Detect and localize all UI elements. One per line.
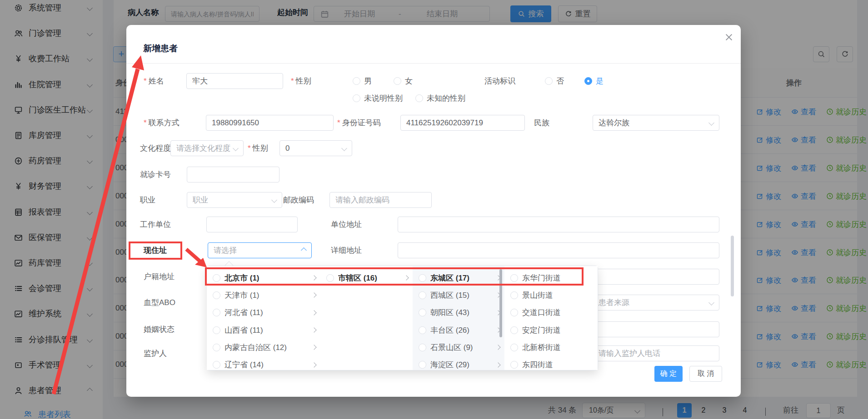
cascader-option[interactable]: 交道口街道 — [504, 304, 598, 321]
radio-icon[interactable] — [510, 344, 518, 351]
radio-icon[interactable] — [419, 309, 426, 316]
education-select[interactable]: 请选择文化程度 — [170, 140, 244, 156]
detail-address-label: 详细地址 — [331, 242, 362, 258]
chevron-right-icon — [311, 345, 316, 350]
radio-icon[interactable] — [419, 291, 426, 299]
gender-radio-female[interactable]: 女 — [394, 73, 413, 89]
contact-label: *联系方式 — [144, 115, 180, 131]
radio-icon[interactable] — [419, 344, 426, 351]
chevron-down-icon — [708, 300, 714, 306]
radio-icon[interactable] — [510, 291, 518, 299]
chevron-down-icon — [233, 145, 239, 151]
postcode-label: 邮政编码 — [283, 192, 314, 208]
add-patient-modal: 新增患者 *姓名 *性别 男 女 活动标识 否 是 未说明性别 未知的性别 *联… — [0, 0, 868, 419]
chevron-right-icon — [311, 362, 316, 367]
radio-icon[interactable] — [510, 274, 518, 282]
radio-icon[interactable] — [510, 361, 518, 369]
cascader-column-2: 市辖区 (16) — [320, 266, 413, 370]
occupation-select[interactable]: 职业 — [187, 192, 282, 208]
cascader-option[interactable]: 市辖区 (16) — [320, 269, 413, 286]
radio-icon[interactable] — [419, 274, 426, 282]
radio-icon[interactable] — [510, 326, 518, 334]
radio-icon[interactable] — [419, 361, 426, 369]
chevron-right-icon — [495, 345, 500, 350]
cancel-button[interactable]: 取 消 — [689, 366, 722, 382]
gender-code-select[interactable]: 0 — [279, 140, 352, 156]
radio-icon[interactable] — [326, 274, 334, 282]
active-flag-radio-yes[interactable]: 是 — [584, 73, 604, 89]
guardian-label: 监护人 — [144, 345, 167, 361]
unit-address-input[interactable] — [398, 217, 719, 232]
card-no-label: 就诊卡号 — [140, 167, 171, 182]
radio-icon[interactable] — [419, 326, 426, 334]
cascader-option[interactable]: 河北省 (11) — [207, 304, 320, 321]
marital-label: 婚姻状态 — [144, 321, 175, 337]
modal-scrollbar[interactable] — [731, 236, 734, 296]
card-no-input[interactable] — [187, 167, 279, 182]
work-unit-input[interactable] — [206, 217, 298, 232]
modal-divider — [126, 63, 741, 64]
name-label: *姓名 — [144, 73, 164, 89]
id-number-label: *身份证号码 — [337, 115, 381, 131]
cascader-option[interactable]: 东四街道 — [504, 356, 598, 370]
cascader-option[interactable]: 朝阳区 (43) — [413, 304, 504, 321]
detail-address-input[interactable] — [398, 242, 719, 258]
patient-source-select[interactable]: 患者来源 — [593, 295, 719, 311]
gender-label: *性别 — [291, 73, 311, 89]
radio-icon[interactable] — [213, 309, 220, 316]
chevron-down-icon — [271, 197, 277, 203]
confirm-button[interactable]: 确 定 — [654, 366, 683, 382]
cascader-column-4: 东华门街道景山街道交道口街道安定门街道北新桥街道东四街道 — [504, 266, 598, 370]
patient-management-page: 系统管理门诊管理收费工作站住院管理门诊医生工作站库房管理药房管理财务管理报表管理… — [0, 0, 868, 419]
cascader-scrollbar[interactable] — [499, 269, 502, 337]
cascader-option[interactable]: 东华门街道 — [504, 269, 598, 286]
radio-icon[interactable] — [213, 361, 220, 369]
chevron-down-icon — [708, 120, 714, 126]
cascader-option[interactable]: 山西省 (11) — [207, 321, 320, 339]
cascader-option[interactable]: 海淀区 (29) — [413, 356, 504, 370]
name-input[interactable] — [186, 73, 283, 89]
active-flag-radio-no[interactable]: 否 — [545, 73, 564, 89]
cascader-option[interactable]: 石景山区 (9) — [413, 339, 504, 356]
current-address-label: 现住址 — [144, 242, 167, 258]
ethnicity-select[interactable]: 达斡尔族 — [593, 115, 719, 131]
cascader-option[interactable]: 天津市 (1) — [207, 286, 320, 304]
gender-radio-male[interactable]: 男 — [353, 73, 372, 89]
chevron-right-icon — [311, 275, 316, 280]
chevron-right-icon — [311, 327, 316, 332]
gender-radio-unknown[interactable]: 未知的性别 — [415, 90, 465, 106]
cascader-option[interactable]: 北新桥街道 — [504, 339, 598, 356]
cascader-option[interactable]: 景山街道 — [504, 286, 598, 304]
chevron-right-icon — [311, 293, 316, 298]
gender-radio-unspecified[interactable]: 未说明性别 — [353, 90, 403, 106]
id-number-input[interactable] — [400, 115, 525, 131]
cascader-option[interactable]: 辽宁省 (14) — [207, 356, 320, 370]
radio-icon[interactable] — [213, 291, 220, 299]
radio-icon[interactable] — [213, 326, 220, 334]
cascader-column-3: 东城区 (17)西城区 (15)朝阳区 (43)丰台区 (26)石景山区 (9)… — [413, 266, 505, 370]
radio-icon[interactable] — [213, 344, 220, 351]
chevron-right-icon — [311, 310, 316, 315]
current-address-cascader[interactable]: 请选择 — [208, 242, 312, 258]
cascader-option[interactable]: 西城区 (15) — [413, 286, 504, 304]
guardian-phone-input[interactable] — [593, 345, 719, 361]
close-icon[interactable] — [724, 33, 733, 42]
cascader-option[interactable]: 安定门街道 — [504, 321, 598, 339]
radio-icon[interactable] — [510, 309, 518, 316]
cascader-option[interactable]: 东城区 (17) — [413, 269, 504, 286]
household-address-label: 户籍地址 — [144, 269, 175, 285]
contact-input[interactable] — [206, 115, 334, 131]
chevron-up-icon — [301, 247, 307, 253]
occupation-label: 职业 — [140, 192, 155, 208]
active-flag-label: 活动标识 — [484, 73, 515, 89]
chevron-down-icon — [341, 145, 347, 151]
chevron-right-icon — [404, 275, 409, 280]
cascader-option[interactable]: 内蒙古自治区 (12) — [207, 339, 320, 356]
education-label: 文化程度 — [140, 140, 171, 156]
modal-title: 新增患者 — [143, 43, 178, 54]
cascader-option[interactable]: 北京市 (1) — [207, 269, 320, 286]
blood-type-label: 血型ABO — [144, 295, 175, 311]
postcode-input[interactable] — [329, 192, 432, 208]
cascader-option[interactable]: 丰台区 (26) — [413, 321, 504, 339]
radio-icon[interactable] — [213, 274, 220, 282]
